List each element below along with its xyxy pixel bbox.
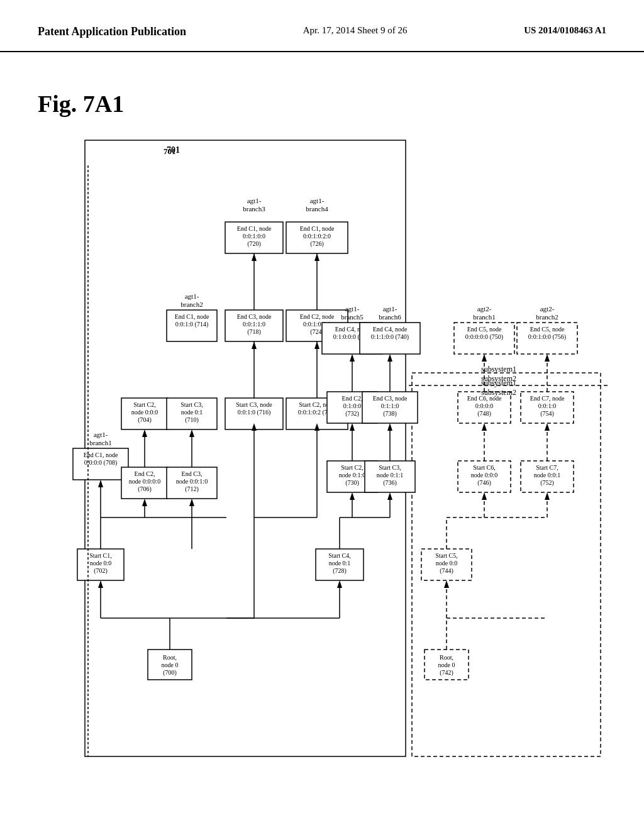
svg-text:branch6: branch6: [379, 313, 401, 321]
svg-text:branch2: branch2: [536, 313, 558, 321]
svg-marker-175: [545, 423, 550, 431]
svg-text:Start C4,: Start C4,: [328, 552, 351, 559]
svg-text:Start C6,: Start C6,: [473, 464, 496, 471]
patent-number: US 2014/0108463 A1: [524, 25, 606, 36]
svg-text:node 0:0:0:0: node 0:0:0:0: [129, 478, 160, 485]
svg-text:branch1: branch1: [89, 439, 111, 446]
svg-marker-123: [387, 423, 392, 431]
svg-text:End C2,: End C2,: [342, 395, 363, 402]
svg-text:Root,: Root,: [440, 654, 453, 661]
svg-text:agt1-: agt1-: [383, 305, 397, 313]
svg-marker-104: [350, 423, 355, 431]
svg-marker-26: [142, 499, 147, 506]
svg-text:branch2: branch2: [180, 301, 203, 308]
svg-text:agt1-: agt1-: [345, 305, 360, 313]
svg-text:node 0: node 0: [162, 661, 179, 668]
svg-text:(736): (736): [383, 479, 397, 487]
svg-text:(720): (720): [247, 240, 261, 248]
svg-text:node 0:1:0: node 0:1:0: [339, 472, 366, 479]
svg-text:subsystem1: subsystem1: [481, 365, 516, 374]
svg-text:Root,: Root,: [163, 654, 177, 661]
svg-text:agt2-: agt2-: [540, 305, 555, 313]
svg-text:agt1-: agt1-: [94, 431, 108, 438]
svg-text:Start C1,: Start C1,: [89, 552, 112, 559]
svg-text:Start C2,: Start C2,: [133, 401, 156, 408]
svg-marker-32: [142, 429, 147, 437]
svg-text:branch1: branch1: [473, 313, 495, 321]
svg-text:(732): (732): [345, 410, 359, 418]
svg-text:End C5, node: End C5, node: [530, 326, 565, 333]
svg-marker-169: [545, 492, 550, 500]
svg-text:agt1-: agt1-: [310, 197, 325, 204]
svg-text:node 0:0: node 0:0: [436, 560, 458, 567]
svg-marker-150: [482, 492, 487, 500]
svg-text:(728): (728): [333, 567, 347, 575]
svg-text:End C2,: End C2,: [135, 470, 155, 477]
svg-marker-117: [387, 492, 392, 500]
svg-text:0:0:0:0: 0:0:0:0: [475, 402, 493, 409]
svg-text:0:0:1:1:0: 0:0:1:1:0: [243, 321, 265, 328]
svg-text:0:1:1:0: 0:1:1:0: [381, 402, 399, 409]
svg-text:branch5: branch5: [341, 313, 364, 321]
svg-marker-162: [482, 354, 487, 362]
svg-text:(726): (726): [310, 240, 324, 248]
svg-text:subsystem1: subsystem1: [481, 379, 516, 387]
svg-text:Start C7,: Start C7,: [536, 464, 558, 471]
svg-text:(746): (746): [477, 479, 491, 487]
svg-text:(706): (706): [138, 485, 152, 493]
diagram-id-label: 701: [167, 145, 180, 155]
svg-text:node 0:0:1:0: node 0:0:1:0: [176, 478, 208, 485]
svg-text:node 0:1: node 0:1: [181, 409, 203, 416]
svg-text:End C5, node: End C5, node: [467, 326, 502, 333]
svg-text:End C3, node: End C3, node: [237, 313, 272, 320]
svg-marker-38: [189, 499, 194, 506]
svg-text:(742): (742): [440, 669, 453, 677]
svg-marker-129: [387, 354, 392, 362]
svg-text:node 0: node 0: [438, 661, 455, 668]
svg-text:(718): (718): [247, 328, 261, 336]
svg-text:End C2, node: End C2, node: [300, 313, 335, 320]
svg-text:End C1, node: End C1, node: [175, 313, 209, 320]
main-content: Fig. 7A1 701 subsystem1 subsystem2 Root,…: [0, 52, 644, 819]
svg-text:0:0:0:0 (708): 0:0:0:0 (708): [84, 459, 118, 467]
svg-text:End C3, node: End C3, node: [373, 395, 408, 402]
svg-text:Start C2,: Start C2,: [341, 464, 364, 471]
svg-marker-88: [314, 253, 319, 261]
svg-text:(738): (738): [383, 410, 397, 418]
svg-text:subsystem2: subsystem2: [481, 388, 516, 397]
svg-marker-98: [350, 492, 355, 500]
svg-text:End C1, node: End C1, node: [84, 451, 118, 458]
svg-text:node 0:0:1: node 0:0:1: [534, 472, 561, 479]
svg-text:(744): (744): [440, 567, 453, 575]
svg-marker-90: [337, 580, 342, 588]
svg-text:(752): (752): [540, 479, 554, 487]
svg-marker-19: [98, 480, 103, 487]
svg-text:(704): (704): [138, 416, 152, 424]
svg-text:(754): (754): [540, 410, 554, 418]
svg-text:0:0:0:0:0 (750): 0:0:0:0:0 (750): [465, 333, 503, 341]
svg-text:node 0:1:1: node 0:1:1: [377, 472, 404, 479]
svg-text:0:0:1:0 (716): 0:0:1:0 (716): [238, 409, 271, 416]
svg-text:agt1-: agt1-: [247, 197, 262, 204]
svg-text:0:1:0:0: 0:1:0:0: [343, 402, 361, 409]
svg-text:Start C3,: Start C3,: [180, 401, 203, 408]
svg-marker-11: [98, 580, 103, 588]
svg-text:End C1, node: End C1, node: [237, 225, 272, 232]
svg-marker-63: [252, 341, 257, 349]
svg-text:Start C3, node: Start C3, node: [236, 401, 272, 408]
svg-text:Start C5,: Start C5,: [435, 552, 458, 559]
svg-text:0:0:1:0:0 (756): 0:0:1:0:0 (756): [528, 333, 566, 341]
svg-text:End C1, node: End C1, node: [300, 225, 335, 232]
diagram-svg: subsystem1 subsystem2 Root, node 0 (700)…: [31, 71, 616, 800]
svg-marker-156: [482, 423, 487, 431]
publication-title: Patent Application Publication: [38, 25, 186, 38]
svg-marker-44: [189, 429, 194, 437]
page-header: Patent Application Publication Apr. 17, …: [0, 0, 644, 52]
svg-text:Start C3,: Start C3,: [379, 464, 401, 471]
svg-text:node 0:0:0: node 0:0:0: [131, 409, 158, 416]
svg-text:(710): (710): [185, 416, 199, 424]
svg-marker-71: [252, 253, 257, 261]
svg-text:agt2-: agt2-: [477, 305, 492, 313]
svg-text:(730): (730): [345, 479, 359, 487]
svg-text:(748): (748): [477, 410, 491, 418]
